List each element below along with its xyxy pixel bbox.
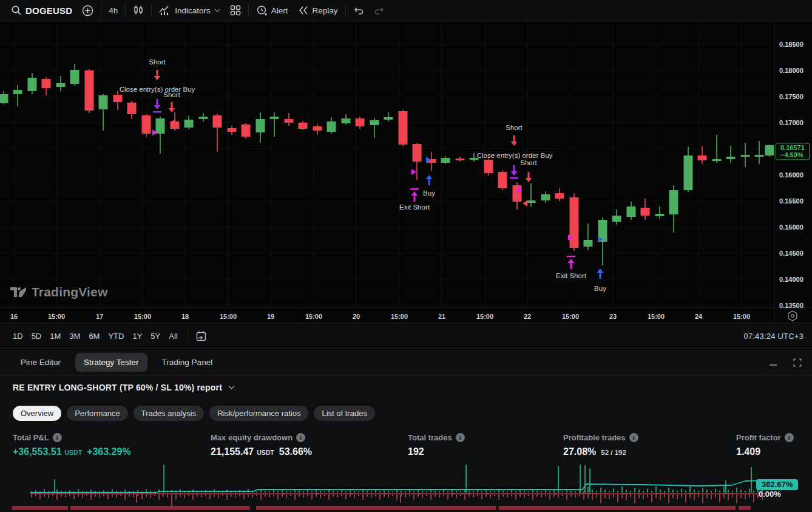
toolbar-separator: [125, 4, 126, 17]
info-icon[interactable]: i: [629, 433, 638, 442]
panel-tab-trading-panel[interactable]: Trading Panel: [154, 353, 222, 372]
drawdown-strip: [256, 506, 496, 510]
equity-down-bar: [235, 494, 236, 497]
stat-value-row: 21,155.47USDT53.66%: [211, 446, 312, 457]
price-axis-label[interactable]: 0.18000: [779, 67, 804, 74]
equity-down-bar: [519, 494, 521, 497]
range-button-5d[interactable]: 5D: [27, 329, 46, 343]
subtab-list-of-trades[interactable]: List of trades: [314, 406, 374, 421]
equity-down-bar: [112, 494, 113, 497]
price-axis-label[interactable]: 0.13500: [779, 302, 804, 309]
time-axis-label[interactable]: 20: [353, 313, 360, 320]
clock[interactable]: 07:43:24 UTC+3: [743, 332, 804, 341]
equity-down-bar: [316, 494, 317, 497]
undo-button[interactable]: [348, 3, 369, 18]
equity-down-bar: [528, 494, 529, 496]
time-axis-label[interactable]: 15:00: [648, 313, 665, 320]
equity-chart[interactable]: [0, 465, 812, 512]
info-icon[interactable]: i: [53, 433, 62, 442]
subtab-risk-performance-ratios[interactable]: Risk/performance ratios: [209, 406, 308, 421]
range-button-1d[interactable]: 1D: [8, 329, 27, 343]
equity-down-spike: [685, 494, 686, 502]
equity-up-bar: [460, 491, 461, 493]
time-axis-label[interactable]: 16: [10, 313, 18, 320]
time-axis-label[interactable]: 15:00: [305, 313, 322, 320]
subtab-performance[interactable]: Performance: [67, 406, 127, 421]
layout-grid-button[interactable]: [225, 2, 246, 18]
time-axis-label[interactable]: 15:00: [391, 313, 408, 320]
stat-extra: 52 / 192: [601, 449, 626, 456]
info-icon[interactable]: i: [296, 433, 305, 442]
time-axis-label[interactable]: 15:00: [220, 313, 237, 320]
main-chart[interactable]: ShortClose entry(s) order BuyShortExit S…: [0, 21, 812, 323]
time-axis-label[interactable]: 15:00: [48, 313, 65, 320]
symbol-search[interactable]: DOGEUSD: [6, 2, 77, 18]
range-button-1y[interactable]: 1Y: [128, 329, 146, 343]
equity-down-bar: [524, 494, 525, 498]
maximize-panel-icon[interactable]: [793, 358, 802, 367]
report-title-row[interactable]: RE ENTRY LONG-SHORT (TP 60% / SL 10%) re…: [13, 383, 235, 392]
interval-button[interactable]: 4h: [104, 4, 123, 18]
go-to-date-button[interactable]: [192, 329, 210, 344]
price-axis-label[interactable]: 0.14500: [779, 250, 804, 257]
range-button-6m[interactable]: 6M: [84, 329, 104, 343]
range-button-5y[interactable]: 5Y: [146, 329, 164, 343]
candle: [584, 240, 593, 247]
session-settings-hexagon-icon[interactable]: [788, 311, 797, 321]
candle: [669, 190, 678, 214]
info-icon[interactable]: i: [456, 433, 465, 442]
equity-up-bar: [44, 489, 45, 493]
price-axis-label[interactable]: 0.16000: [779, 171, 804, 179]
panel-tab-pine-editor[interactable]: Pine Editor: [12, 353, 69, 372]
time-axis-label[interactable]: 24: [695, 313, 703, 320]
equity-down-bar: [392, 494, 393, 496]
time-axis-label[interactable]: 15:00: [134, 313, 151, 320]
time-axis-label[interactable]: 15:00: [562, 313, 579, 320]
equity-up-bar: [715, 489, 716, 493]
candle: [399, 111, 408, 145]
price-axis-label[interactable]: 0.15000: [779, 224, 804, 231]
symbol-name: DOGEUSD: [25, 5, 72, 16]
time-axis-label[interactable]: 19: [267, 313, 274, 320]
equity-up-bar: [477, 490, 478, 493]
minimize-panel-icon[interactable]: [768, 358, 778, 367]
equity-up-bar: [626, 490, 627, 493]
time-axis-label[interactable]: 21: [438, 313, 445, 320]
subtab-overview[interactable]: Overview: [13, 406, 61, 421]
price-axis-label[interactable]: 0.15500: [779, 197, 804, 205]
time-axis-label[interactable]: 15:00: [733, 313, 750, 320]
price-axis-label[interactable]: 0.17000: [779, 119, 804, 126]
range-button-3m[interactable]: 3M: [65, 329, 84, 343]
price-axis-label[interactable]: 0.18500: [779, 41, 804, 48]
equity-up-bar: [681, 489, 682, 493]
range-button-1m[interactable]: 1M: [46, 329, 65, 343]
equity-up-bar: [689, 486, 691, 493]
equity-up-bar: [469, 491, 470, 493]
equity-down-bar: [405, 494, 406, 497]
redo-button[interactable]: [369, 3, 390, 18]
time-axis-label[interactable]: 18: [181, 313, 189, 320]
price-axis-label[interactable]: 0.17500: [779, 93, 804, 100]
subtab-trades-analysis[interactable]: Trades analysis: [134, 406, 205, 421]
equity-down-spike: [171, 494, 172, 507]
time-axis-label[interactable]: 22: [524, 313, 531, 320]
range-button-all[interactable]: All: [164, 329, 181, 343]
stat-value-row: 27.08%52 / 192: [563, 446, 638, 457]
equity-up-spike: [558, 466, 559, 493]
time-axis-label[interactable]: 17: [96, 313, 103, 320]
indicators-button[interactable]: Indicators: [154, 2, 225, 18]
time-axis-label[interactable]: 15:00: [476, 313, 493, 320]
range-button-ytd[interactable]: YTD: [104, 329, 128, 343]
info-icon[interactable]: i: [785, 433, 794, 442]
price-axis-label[interactable]: 0.14000: [779, 276, 804, 283]
candle: [765, 145, 774, 155]
stat-value: +36,553.51: [13, 446, 62, 457]
panel-tab-strategy-tester[interactable]: Strategy Tester: [75, 353, 147, 372]
compare-add-symbol-button[interactable]: [77, 2, 98, 19]
chart-style-button[interactable]: [128, 2, 149, 18]
alert-button[interactable]: Alert: [251, 2, 293, 19]
equity-down-bar: [328, 494, 330, 500]
time-axis-label[interactable]: 23: [609, 313, 617, 320]
equity-down-bar: [600, 494, 601, 503]
replay-button[interactable]: Replay: [293, 3, 343, 18]
